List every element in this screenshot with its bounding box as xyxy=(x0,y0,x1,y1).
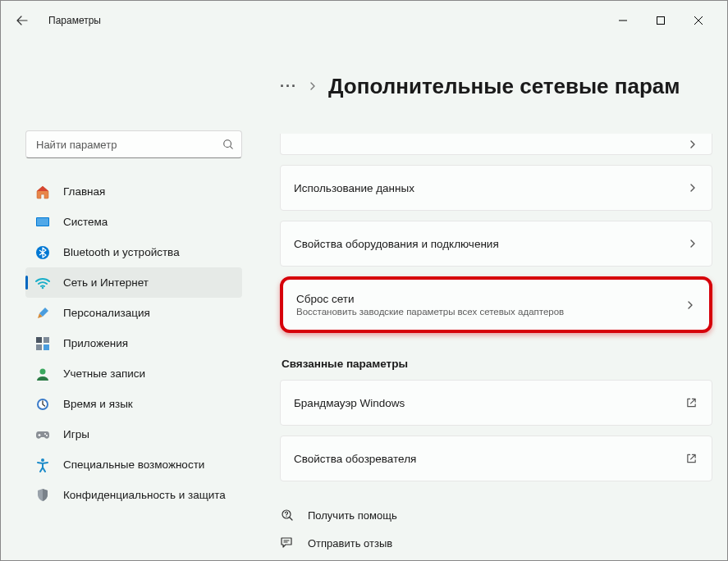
sidebar-item-accessibility[interactable]: Специальные возможности xyxy=(25,449,242,480)
settings-card-data-usage[interactable]: Использование данных xyxy=(280,165,712,211)
minimize-button[interactable] xyxy=(604,7,642,34)
maximize-button[interactable] xyxy=(642,7,680,34)
card-title: Свойства обозревателя xyxy=(294,453,671,465)
sidebar-item-accounts[interactable]: Учетные записи xyxy=(25,358,242,389)
svg-point-15 xyxy=(41,458,44,462)
sidebar-item-label: Специальные возможности xyxy=(63,458,204,471)
open-external-icon xyxy=(686,454,697,464)
svg-rect-8 xyxy=(36,344,42,350)
svg-rect-6 xyxy=(36,337,42,343)
title-bar: Параметры xyxy=(1,1,727,40)
sidebar-item-label: Конфиденциальность и защита xyxy=(63,489,226,501)
give-feedback-link[interactable]: Отправить отзыв xyxy=(280,529,712,557)
get-help-link[interactable]: Получить помощь xyxy=(280,501,712,529)
svg-point-13 xyxy=(44,433,46,435)
chevron-right-icon xyxy=(689,184,697,192)
chevron-right-icon xyxy=(689,239,697,248)
personalization-icon xyxy=(35,306,50,321)
close-button[interactable] xyxy=(680,7,717,34)
settings-card-hardware-properties[interactable]: Свойства оборудования и подключения xyxy=(280,221,712,267)
sidebar-item-privacy[interactable]: Конфиденциальность и защита xyxy=(25,480,242,510)
settings-card-internet-properties[interactable]: Свойства обозревателя xyxy=(280,436,712,481)
footer-links: Получить помощь Отправить отзыв xyxy=(280,501,712,557)
card-title: Брандмауэр Windows xyxy=(294,397,671,409)
svg-point-10 xyxy=(40,368,46,374)
card-description: Восстановить заводские параметры всех се… xyxy=(296,307,668,317)
sidebar-item-label: Игры xyxy=(63,428,89,440)
footer-link-label: Отправить отзыв xyxy=(308,537,392,550)
chevron-right-icon xyxy=(309,82,317,90)
app-title: Параметры xyxy=(48,15,101,26)
bluetooth-icon xyxy=(35,245,50,260)
chevron-right-icon xyxy=(689,140,697,148)
sidebar-item-label: Система xyxy=(63,216,108,228)
sidebar: Главная Система Bluetooth и устройства С… xyxy=(1,40,255,561)
open-external-icon xyxy=(686,398,697,408)
sidebar-item-time-language[interactable]: Время и язык xyxy=(25,389,242,419)
wifi-icon xyxy=(35,276,50,290)
sidebar-item-apps[interactable]: Приложения xyxy=(25,328,242,358)
svg-point-14 xyxy=(46,435,48,436)
time-icon xyxy=(35,397,50,412)
home-icon xyxy=(35,185,50,199)
sidebar-item-label: Приложения xyxy=(63,337,128,349)
sidebar-item-network[interactable]: Сеть и Интернет xyxy=(25,267,242,298)
sidebar-item-system[interactable]: Система xyxy=(25,207,242,237)
chevron-right-icon xyxy=(686,301,694,309)
feedback-icon xyxy=(280,536,295,550)
svg-rect-7 xyxy=(43,337,49,343)
sidebar-item-label: Учетные записи xyxy=(63,367,145,380)
sidebar-item-label: Сеть и Интернет xyxy=(63,276,149,289)
breadcrumb-overflow-button[interactable]: ··· xyxy=(280,78,297,95)
page-title: Дополнительные сетевые парам xyxy=(328,74,680,99)
svg-rect-3 xyxy=(37,218,48,226)
sidebar-item-label: Время и язык xyxy=(63,398,133,410)
sidebar-item-label: Главная xyxy=(63,185,105,198)
svg-point-17 xyxy=(286,516,286,517)
svg-rect-0 xyxy=(657,17,665,25)
accounts-icon xyxy=(35,367,50,381)
settings-card-network-reset[interactable]: Сброс сети Восстановить заводские параме… xyxy=(280,276,712,333)
breadcrumb: ··· Дополнительные сетевые парам xyxy=(280,63,712,109)
back-button[interactable] xyxy=(11,9,34,32)
nav-list: Главная Система Bluetooth и устройства С… xyxy=(25,176,242,510)
card-title: Сброс сети xyxy=(296,293,668,305)
main-content: ··· Дополнительные сетевые парам Использ… xyxy=(255,40,727,561)
sidebar-item-home[interactable]: Главная xyxy=(25,176,242,207)
system-icon xyxy=(35,215,50,230)
help-icon xyxy=(280,508,295,522)
sidebar-item-personalization[interactable]: Персонализация xyxy=(25,298,242,328)
settings-card-firewall[interactable]: Брандмауэр Windows xyxy=(280,380,712,426)
svg-point-5 xyxy=(42,286,44,289)
sidebar-item-label: Bluetooth и устройства xyxy=(63,246,180,258)
privacy-icon xyxy=(35,488,50,503)
search-input[interactable] xyxy=(25,130,242,158)
settings-card-partial[interactable] xyxy=(280,134,712,155)
sidebar-item-label: Персонализация xyxy=(63,307,150,319)
svg-rect-9 xyxy=(43,344,49,350)
arrow-left-icon xyxy=(16,14,29,27)
footer-link-label: Получить помощь xyxy=(308,509,397,522)
sidebar-item-bluetooth[interactable]: Bluetooth и устройства xyxy=(25,237,242,267)
maximize-icon xyxy=(657,16,665,25)
close-icon xyxy=(694,16,703,25)
section-heading-related: Связанные параметры xyxy=(282,358,712,370)
minimize-icon xyxy=(619,16,627,25)
card-title: Использование данных xyxy=(294,182,671,194)
search-box xyxy=(25,130,242,158)
gaming-icon xyxy=(35,427,50,442)
apps-icon xyxy=(35,336,50,351)
window-controls xyxy=(604,7,717,34)
card-title: Свойства оборудования и подключения xyxy=(294,238,671,250)
sidebar-item-gaming[interactable]: Игры xyxy=(25,419,242,449)
accessibility-icon xyxy=(35,458,50,472)
